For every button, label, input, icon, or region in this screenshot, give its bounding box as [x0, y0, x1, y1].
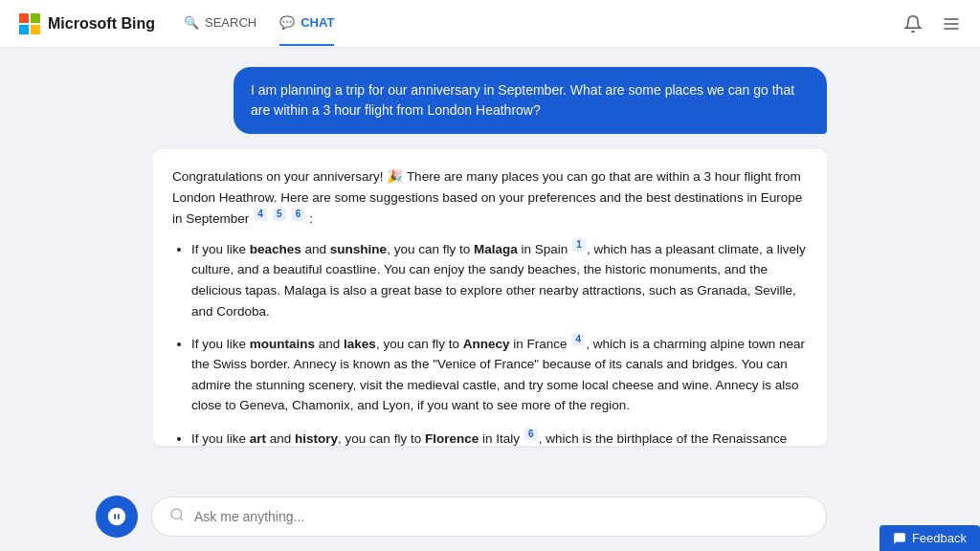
header: Microsoft Bing 🔍 SEARCH 💬 CHAT: [0, 0, 980, 48]
brand-name: Microsoft Bing: [48, 15, 155, 33]
bold-lakes: lakes: [344, 337, 376, 351]
chat-nav-label: CHAT: [301, 15, 334, 30]
bullet-annecy: If you like mountains and lakes, you can…: [191, 333, 808, 416]
menu-button[interactable]: [942, 14, 961, 33]
notification-button[interactable]: [903, 14, 923, 33]
messages-area: I am planning a trip for our anniversary…: [153, 67, 827, 482]
nav-chat[interactable]: 💬 CHAT: [279, 2, 334, 46]
citation-6b: 6: [524, 428, 538, 441]
chat-input-wrapper[interactable]: [151, 496, 827, 537]
bold-annecy: Annecy: [463, 337, 510, 351]
bot-bullet-list: If you like beaches and sunshine, you ca…: [172, 238, 808, 446]
header-nav: 🔍 SEARCH 💬 CHAT: [184, 2, 334, 46]
chat-input[interactable]: [194, 509, 809, 524]
citation-4b: 4: [571, 333, 585, 346]
bing-logo-grid: [19, 13, 40, 34]
bold-sunshine: sunshine: [330, 242, 387, 256]
logo-cell-yellow: [31, 25, 40, 34]
search-nav-label: SEARCH: [205, 15, 256, 30]
bold-art: art: [250, 431, 266, 446]
logo: Microsoft Bing: [19, 13, 155, 34]
svg-line-4: [180, 518, 183, 520]
logo-cell-blue: [19, 25, 29, 34]
bold-beaches: beaches: [250, 242, 301, 256]
citation-4: 4: [254, 208, 267, 221]
bullet-malaga: If you like beaches and sunshine, you ca…: [191, 238, 808, 321]
svg-point-3: [171, 509, 182, 519]
search-nav-icon: 🔍: [184, 15, 199, 31]
chat-home-button[interactable]: [96, 496, 138, 538]
citation-1: 1: [572, 238, 586, 252]
chat-nav-icon: 💬: [279, 15, 295, 31]
feedback-label: Feedback: [912, 531, 967, 545]
logo-cell-green: [31, 13, 40, 23]
bold-florence: Florence: [425, 431, 479, 446]
bot-intro-para: Congratulations on your anniversary! 🎉 T…: [172, 166, 808, 229]
user-message: I am planning a trip for our anniversary…: [234, 67, 827, 134]
bullet-florence: If you like art and history, you can fly…: [191, 428, 808, 446]
input-area: [0, 482, 980, 551]
citation-5: 5: [273, 208, 286, 221]
bot-message: Congratulations on your anniversary! 🎉 T…: [153, 149, 827, 446]
feedback-button[interactable]: Feedback: [880, 525, 980, 551]
nav-search[interactable]: 🔍 SEARCH: [184, 2, 256, 46]
bold-history: history: [295, 431, 338, 446]
citation-6: 6: [292, 208, 305, 221]
input-search-icon: [169, 507, 185, 526]
header-right: [903, 14, 961, 33]
logo-cell-red: [19, 13, 29, 23]
bold-malaga: Malaga: [474, 242, 518, 256]
bold-mountains: mountains: [250, 337, 315, 351]
chat-container: I am planning a trip for our anniversary…: [0, 48, 980, 482]
